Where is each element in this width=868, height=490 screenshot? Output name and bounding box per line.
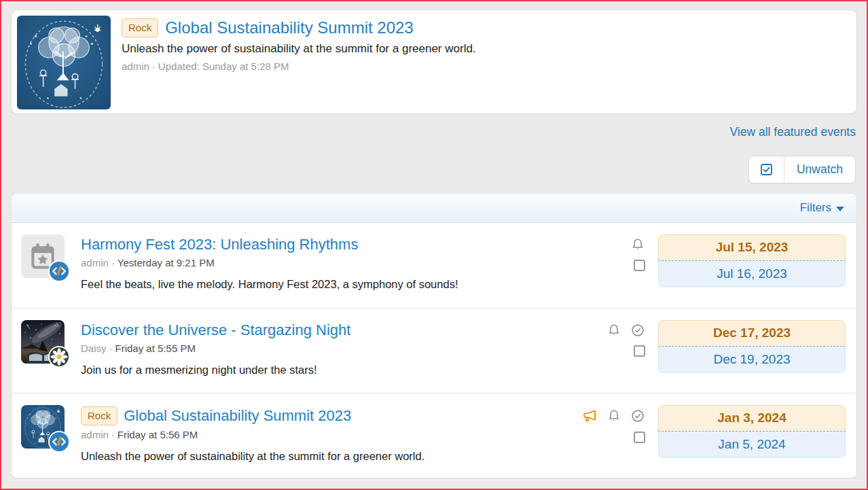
- meta-separator: ·: [111, 429, 115, 440]
- event-row-icons: [581, 405, 645, 466]
- bell-icon[interactable]: [630, 237, 645, 252]
- event-date-range: Jul 15, 2023 Jul 16, 2023: [658, 234, 846, 296]
- view-all-row: View all featured events: [11, 125, 857, 139]
- meta-separator: ·: [111, 257, 115, 268]
- event-select-checkbox[interactable]: [634, 432, 645, 443]
- event-list-block: Filters Harmony Fest 2023: Unleashing: [11, 193, 857, 478]
- events-page: { "featured": { "badge": "Rock", "title"…: [0, 0, 868, 490]
- event-main: Discover the Universe - Stargazing Night…: [81, 320, 607, 381]
- event-author[interactable]: Daisy: [81, 343, 107, 354]
- event-thumbnail-wrap[interactable]: [21, 234, 65, 278]
- featured-event-thumbnail[interactable]: [17, 16, 111, 109]
- blue-folk-art-tree-image: [17, 16, 111, 109]
- event-description: Unleash the power of sustainability at t…: [81, 450, 581, 463]
- event-thumbnail-wrap[interactable]: [21, 405, 65, 449]
- event-row-icons: [607, 320, 645, 381]
- event-title-link[interactable]: Discover the Universe - Stargazing Night: [81, 321, 350, 339]
- event-start-date[interactable]: Jan 3, 2024: [658, 405, 846, 432]
- event-description: Feel the beats, live the melody. Harmony…: [81, 278, 630, 291]
- event-end-date[interactable]: Dec 19, 2023: [658, 347, 846, 373]
- featured-event-meta: admin·Updated: Sunday at 5:28 PM: [122, 60, 476, 72]
- event-author[interactable]: admin: [81, 429, 109, 440]
- megaphone-icon[interactable]: [581, 408, 598, 424]
- featured-event-body: Rock Global Sustainability Summit 2023 U…: [111, 16, 480, 108]
- event-time: Friday at 5:56 PM: [117, 429, 198, 440]
- code-paintbrush-badge-icon: [48, 260, 70, 282]
- filters-label: Filters: [800, 201, 831, 215]
- featured-author[interactable]: admin: [122, 60, 149, 72]
- featured-event-title-link[interactable]: Global Sustainability Summit 2023: [165, 18, 414, 37]
- unwatch-split-button[interactable]: Unwatch: [748, 156, 856, 183]
- event-meta: admin·Friday at 5:56 PM: [81, 429, 581, 440]
- featured-updated-time: Updated: Sunday at 5:28 PM: [158, 60, 289, 72]
- unwatch-button-label[interactable]: Unwatch: [784, 156, 855, 183]
- event-time: Friday at 5:55 PM: [115, 343, 196, 354]
- filters-menu-button[interactable]: Filters: [800, 201, 844, 215]
- check-circle-icon[interactable]: [630, 408, 645, 423]
- watch-checkbox-segment[interactable]: [749, 156, 784, 183]
- page-container: Rock Global Sustainability Summit 2023 U…: [1, 1, 867, 478]
- event-select-checkbox[interactable]: [634, 260, 645, 271]
- event-meta: Daisy·Friday at 5:55 PM: [81, 343, 607, 354]
- event-row-icons: [630, 234, 645, 296]
- filters-bar: Filters: [11, 193, 857, 223]
- event-row: Harmony Fest 2023: Unleashing Rhythms ad…: [12, 223, 856, 308]
- chevron-down-icon: [836, 207, 844, 211]
- event-row: Discover the Universe - Stargazing Night…: [12, 308, 856, 393]
- featured-title-line: Rock Global Sustainability Summit 2023: [122, 18, 476, 37]
- event-meta: admin·Yesterday at 9:21 PM: [81, 257, 630, 268]
- event-end-date[interactable]: Jan 5, 2024: [658, 432, 846, 458]
- event-date-range: Jan 3, 2024 Jan 5, 2024: [658, 405, 846, 466]
- checked-checkbox-icon: [759, 162, 774, 177]
- event-description: Join us for a mesmerizing night under th…: [81, 364, 607, 377]
- meta-separator: ·: [109, 343, 113, 354]
- code-paintbrush-badge-icon: [48, 431, 70, 453]
- bell-icon[interactable]: [607, 408, 621, 423]
- event-start-date[interactable]: Dec 17, 2023: [658, 320, 846, 347]
- event-prefix-badge[interactable]: Rock: [81, 406, 117, 425]
- bell-icon[interactable]: [607, 323, 621, 338]
- event-main: Rock Global Sustainability Summit 2023 a…: [81, 405, 581, 466]
- watch-button-row: Unwatch: [11, 156, 857, 183]
- event-list: Harmony Fest 2023: Unleashing Rhythms ad…: [11, 223, 857, 478]
- daisy-avatar: [48, 346, 70, 368]
- featured-event-description: Unleash the power of sustainability at t…: [122, 42, 476, 56]
- event-date-range: Dec 17, 2023 Dec 19, 2023: [658, 320, 846, 381]
- event-select-checkbox[interactable]: [634, 345, 645, 357]
- event-author[interactable]: admin: [81, 257, 109, 268]
- meta-separator: ·: [152, 60, 156, 72]
- event-prefix-badge[interactable]: Rock: [122, 18, 158, 37]
- view-all-featured-events-link[interactable]: View all featured events: [730, 125, 856, 139]
- event-title-link[interactable]: Global Sustainability Summit 2023: [124, 407, 351, 425]
- event-title-link[interactable]: Harmony Fest 2023: Unleashing Rhythms: [81, 236, 358, 253]
- event-thumbnail-wrap[interactable]: [21, 320, 65, 364]
- event-end-date[interactable]: Jul 16, 2023: [658, 261, 846, 287]
- featured-event-card[interactable]: Rock Global Sustainability Summit 2023 U…: [11, 10, 857, 114]
- event-main: Harmony Fest 2023: Unleashing Rhythms ad…: [81, 234, 630, 296]
- event-row: Rock Global Sustainability Summit 2023 a…: [12, 393, 856, 478]
- event-start-date[interactable]: Jul 15, 2023: [658, 234, 846, 261]
- event-time: Yesterday at 9:21 PM: [117, 257, 215, 268]
- check-circle-icon[interactable]: [630, 323, 645, 338]
